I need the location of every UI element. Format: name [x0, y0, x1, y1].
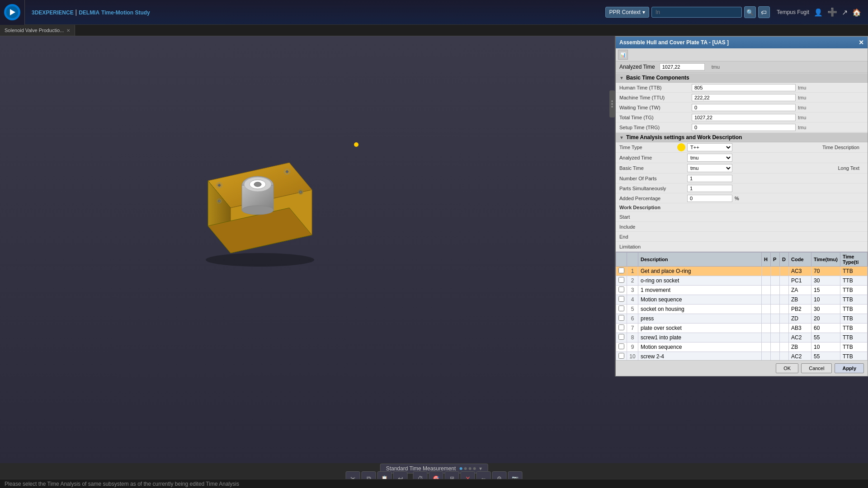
search-button[interactable]: 🔍 — [744, 6, 756, 18]
add-icon[interactable]: ➕ — [827, 7, 837, 17]
dot-3[interactable] — [468, 467, 471, 470]
bottom-label-text: Standard Time Measurement — [386, 465, 456, 472]
dialog-tool-1[interactable]: 📊 — [618, 50, 628, 60]
right-panel-handle[interactable] — [609, 90, 615, 117]
share-icon[interactable]: ↗ — [842, 8, 848, 17]
human-time-label: Human Time (TTB) — [619, 85, 692, 90]
work-desc-header: Work Description — [616, 203, 868, 212]
pct-unit: % — [735, 196, 739, 201]
num-parts-input[interactable] — [687, 175, 732, 182]
machine-time-row: Machine Time (TTU) 222,22 tmu — [616, 93, 868, 103]
status-message: Please select the Time Analysis of same … — [5, 481, 239, 487]
row-checkbox-cell[interactable] — [616, 352, 627, 361]
row-checkbox-cell[interactable] — [616, 295, 627, 305]
row-checkbox[interactable] — [618, 315, 624, 321]
bottom-chevron[interactable]: ▾ — [479, 465, 482, 472]
row-time: 30 — [811, 276, 840, 286]
row-p — [771, 276, 780, 286]
row-timetype: TTB — [840, 295, 868, 305]
row-checkbox[interactable] — [618, 305, 624, 311]
table-row[interactable]: 8 screw1 into plate AC2 55 TTB — [616, 333, 868, 343]
table-row[interactable]: 10 screw 2-4 AC2 55 TTB — [616, 352, 868, 361]
row-checkbox[interactable] — [618, 324, 624, 330]
row-checkbox[interactable] — [618, 353, 624, 359]
dialog-buttons: OK Cancel Apply — [616, 360, 868, 376]
basic-time-section-header[interactable]: ▼ Basic Time Components — [616, 73, 868, 83]
row-h — [762, 314, 771, 324]
row-checkbox[interactable] — [618, 286, 624, 292]
table-row[interactable]: 6 press ZD 20 TTB — [616, 314, 868, 324]
home-icon[interactable]: 🏠 — [852, 8, 861, 17]
parts-simul-label: Parts Simultaneously — [619, 186, 687, 191]
time-analysis-section-header[interactable]: ▼ Time Analysis settings and Work Descri… — [616, 132, 868, 142]
time-table-wrapper[interactable]: Description H P D Code Time(tmu) Time Ty… — [616, 252, 868, 360]
table-row[interactable]: 3 1 movement ZA 15 TTB — [616, 286, 868, 295]
row-code: AC3 — [789, 267, 811, 276]
apply-button[interactable]: Apply — [835, 363, 864, 373]
analyzed-time-dropdown[interactable]: tmusmin — [687, 154, 732, 162]
include-label: Include — [619, 224, 687, 230]
row-checkbox-cell[interactable] — [616, 305, 627, 314]
app-logo[interactable] — [0, 0, 25, 25]
parts-simul-input[interactable] — [687, 185, 732, 192]
cancel-button[interactable]: Cancel — [801, 363, 832, 373]
col-checkbox — [616, 253, 627, 267]
added-pct-input[interactable] — [687, 195, 732, 202]
table-row[interactable]: 5 socket on housing PB2 30 TTB — [616, 305, 868, 314]
3d-model — [181, 127, 339, 271]
basic-time-ta-row: Basic Time tmus Long Text — [616, 163, 868, 174]
titlebar: Solenoid Valve Productio... ✕ — [0, 25, 868, 36]
dot-2[interactable] — [464, 467, 467, 470]
row-checkbox-cell[interactable] — [616, 267, 627, 276]
row-p — [771, 295, 780, 305]
table-header-row: Description H P D Code Time(tmu) Time Ty… — [616, 253, 868, 267]
basic-time-label: Basic Time Components — [626, 75, 689, 81]
ppr-dropdown[interactable]: PPR Context ▾ — [605, 7, 649, 18]
dialog-titlebar: Assemble Hull and Cover Plate TA - [UAS … — [616, 37, 868, 48]
row-checkbox[interactable] — [618, 267, 624, 273]
row-checkbox-cell[interactable] — [616, 324, 627, 333]
time-type-dropdown[interactable]: T++T+T — [687, 143, 732, 151]
top-right-icons: Tempus Fugit 👤 ➕ ↗ 🏠 — [770, 7, 868, 17]
row-d — [780, 343, 789, 352]
table-row[interactable]: 4 Motion sequence ZB 10 TTB — [616, 295, 868, 305]
row-description: plate over socket — [638, 324, 762, 333]
dot-4[interactable] — [473, 467, 476, 470]
row-d — [780, 267, 789, 276]
row-time: 10 — [811, 343, 840, 352]
search-input[interactable] — [651, 7, 742, 18]
row-code: AC2 — [789, 352, 811, 361]
dialog-panel: Assemble Hull and Cover Plate TA - [UAS … — [615, 36, 868, 376]
table-row[interactable]: 2 o-ring on socket PC1 30 TTB — [616, 276, 868, 286]
row-checkbox-cell[interactable] — [616, 343, 627, 352]
row-number: 3 — [627, 286, 638, 295]
row-number: 4 — [627, 295, 638, 305]
tab-close-button[interactable]: ✕ — [66, 28, 70, 33]
ok-button[interactable]: OK — [776, 363, 798, 373]
basic-time-dropdown[interactable]: tmus — [687, 164, 732, 172]
main-tab[interactable]: Solenoid Valve Productio... ✕ — [0, 25, 75, 36]
row-checkbox-cell[interactable] — [616, 276, 627, 286]
svg-point-11 — [254, 182, 261, 187]
table-row[interactable]: 9 Motion sequence ZB 10 TTB — [616, 343, 868, 352]
row-checkbox[interactable] — [618, 277, 624, 283]
row-timetype: TTB — [840, 276, 868, 286]
row-checkbox[interactable] — [618, 343, 624, 349]
row-checkbox-cell[interactable] — [616, 314, 627, 324]
basic-time-grid: Human Time (TTB) 805 tmu Machine Time (T… — [616, 83, 868, 132]
app-title: 3DEXPERIENCE | DELMIA Time-Motion Study — [25, 9, 157, 16]
table-row[interactable]: 7 plate over socket AB3 60 TTB — [616, 324, 868, 333]
row-checkbox-cell[interactable] — [616, 286, 627, 295]
row-checkbox[interactable] — [618, 334, 624, 340]
col-description: Description — [638, 253, 762, 267]
analyzed-time-ta-label: Analyzed Time — [619, 155, 687, 160]
dialog-close-button[interactable]: ✕ — [859, 39, 864, 46]
search-icon: 🔍 — [746, 9, 754, 16]
human-time-row: Human Time (TTB) 805 tmu — [616, 83, 868, 93]
row-checkbox-cell[interactable] — [616, 333, 627, 343]
table-row[interactable]: 1 Get and place O-ring AC3 70 TTB — [616, 267, 868, 276]
dot-1[interactable] — [459, 467, 462, 470]
row-description: press — [638, 314, 762, 324]
row-checkbox[interactable] — [618, 296, 624, 302]
bookmark-icon[interactable]: 🏷 — [758, 6, 770, 18]
